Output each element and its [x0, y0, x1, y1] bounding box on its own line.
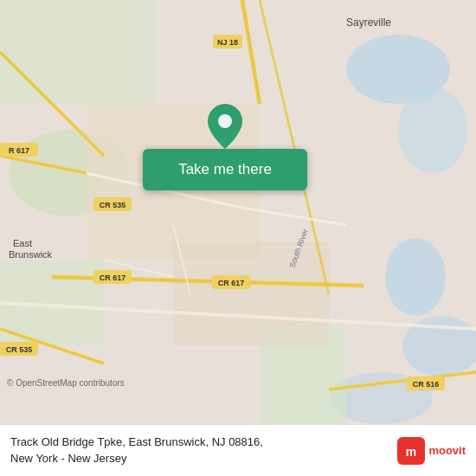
address-line1: Track Old Bridge Tpke, East Brunswick, N…: [10, 435, 263, 448]
moovit-text: moovit: [428, 444, 466, 457]
svg-text:NJ 18: NJ 18: [217, 38, 238, 47]
take-me-there-button[interactable]: Take me there: [143, 149, 307, 190]
svg-rect-11: [173, 242, 329, 346]
svg-text:m: m: [406, 445, 416, 459]
svg-point-2: [398, 87, 467, 173]
svg-text:CR 617: CR 617: [100, 273, 126, 282]
map-background: CR 535 CR 617 CR 617 NJ 18 R 617 CR 535 …: [0, 0, 476, 424]
svg-point-3: [385, 238, 446, 316]
address-line2: New York - New Jersey: [10, 452, 126, 465]
osm-credit: © OpenStreetMap contributors: [7, 378, 125, 388]
svg-text:Sayreville: Sayreville: [346, 16, 391, 29]
moovit-icon: m: [397, 437, 425, 465]
bottom-bar: Track Old Bridge Tpke, East Brunswick, N…: [0, 424, 476, 476]
svg-text:CR 535: CR 535: [100, 201, 126, 209]
map-container: CR 535 CR 617 CR 617 NJ 18 R 617 CR 535 …: [0, 0, 476, 424]
svg-text:R 617: R 617: [9, 146, 29, 155]
svg-rect-6: [0, 0, 156, 104]
moovit-logo: m moovit: [397, 437, 466, 465]
svg-text:CR 617: CR 617: [218, 279, 245, 287]
svg-text:CR 535: CR 535: [6, 345, 33, 354]
svg-text:East: East: [13, 238, 32, 248]
address-text: Track Old Bridge Tpke, East Brunswick, N…: [10, 434, 397, 466]
svg-text:CR 516: CR 516: [413, 380, 440, 389]
svg-point-48: [218, 114, 232, 128]
location-pin-icon: [208, 104, 242, 152]
svg-text:Brunswick: Brunswick: [9, 249, 53, 260]
button-overlay: Take me there: [138, 104, 312, 190]
address-container: Track Old Bridge Tpke, East Brunswick, N…: [10, 434, 397, 466]
